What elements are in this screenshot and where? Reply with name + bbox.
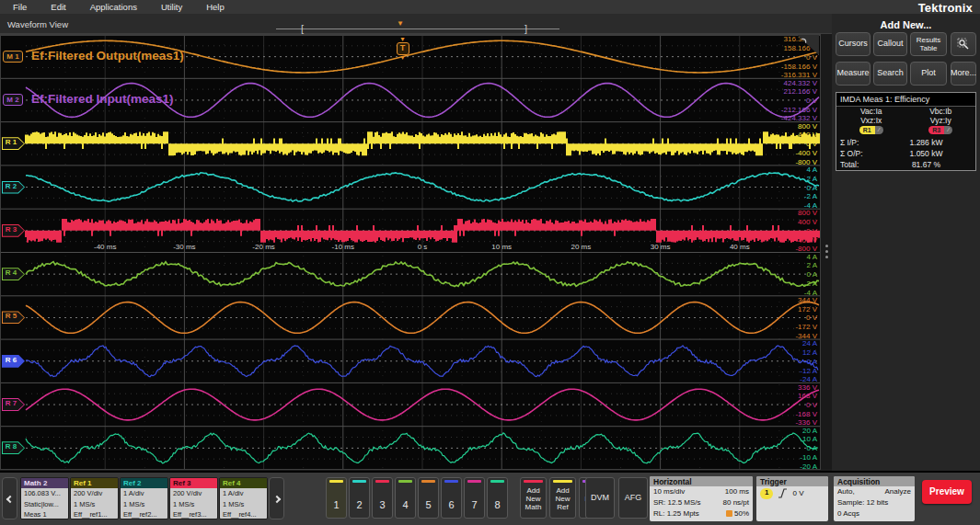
source-badge-R3[interactable]: R3∕: [928, 126, 952, 134]
horizontal-window: 100 ms: [725, 486, 749, 497]
results-table-body: Vac:IaVxz:IxVbc:IbVyz:IyR1∕R3∕Σ I/P:1.28…: [836, 107, 975, 170]
horizontal-scale: 10 ms/div: [653, 486, 685, 497]
acquisition-panel[interactable]: Acquisition Auto,Analyze Sample: 12 bits…: [834, 476, 915, 521]
acq-analyze: Analyze: [885, 486, 911, 497]
menu-help[interactable]: Help: [206, 2, 225, 12]
results-row: Σ O/P:1.050 kW: [836, 148, 975, 159]
overview-right-bracket-icon[interactable]: ]: [525, 23, 527, 34]
menu-applications[interactable]: Applications: [90, 2, 137, 12]
afg-button[interactable]: AFG: [618, 477, 648, 519]
chevron-right-icon: [273, 496, 281, 503]
rising-edge-icon: [778, 488, 788, 498]
record-length: RL: 1.25 Mpts: [653, 508, 699, 519]
menu-utility[interactable]: Utility: [161, 2, 182, 12]
trigger-position-icon: [726, 510, 732, 517]
trigger-level: 0 V: [792, 488, 803, 499]
menu-bar: File Edit Applications Utility Help Tekt…: [0, 0, 980, 14]
add-new-math-button[interactable]: AddNewMath: [520, 477, 547, 519]
tab-strip: Waveform View [ ] ▼: [0, 14, 832, 34]
plot-button[interactable]: Plot: [910, 62, 947, 86]
channel-button-6[interactable]: 6: [441, 477, 462, 519]
record-overview-bar[interactable]: [276, 29, 559, 29]
source-badge-R1[interactable]: R1∕: [859, 126, 883, 134]
channel-button-1[interactable]: 1: [326, 477, 347, 519]
horizontal-title: Horizontal: [650, 476, 753, 486]
acq-mode: Auto,: [837, 486, 855, 497]
magnifier-icon: [957, 38, 970, 51]
imda-results-table[interactable]: IMDA Meas 1: Efficiency Vac:IaVxz:IxVbc:…: [836, 92, 976, 171]
results-row: Total:81.67 %: [836, 159, 975, 170]
trigger-position-marker[interactable]: ▼ T ▼: [396, 37, 409, 61]
trigger-panel[interactable]: Trigger 1 0 V: [756, 476, 828, 521]
sample-rate: SR: 12.5 MS/s: [653, 497, 701, 508]
zoom-button[interactable]: [951, 32, 976, 56]
add-new-ref-button[interactable]: AddNewRef: [549, 477, 576, 519]
right-panel: Add New... Cursors Callout Results Table…: [832, 14, 980, 471]
results-column-header: Vbc:IbVyz:Iy: [906, 107, 976, 125]
acq-count: 0 Acqs: [837, 508, 859, 519]
scroll-left-button[interactable]: [2, 477, 17, 519]
channel-button-2[interactable]: 2: [349, 477, 370, 519]
acquisition-title: Acquisition: [834, 476, 915, 486]
tab-waveform-view[interactable]: Waveform View: [7, 19, 68, 29]
menu-edit[interactable]: Edit: [51, 2, 65, 12]
channel-button-7[interactable]: 7: [464, 477, 485, 519]
trigger-t-badge: T: [397, 42, 409, 55]
preview-button[interactable]: Preview: [922, 480, 972, 504]
channel-button-5[interactable]: 5: [418, 477, 439, 519]
channel-button-4[interactable]: 4: [395, 477, 416, 519]
waveform-badge-math-2[interactable]: Math 2106.083 V...Static|low...Meas 1: [20, 477, 69, 519]
add-new-title: Add New...: [832, 19, 980, 30]
search-button[interactable]: Search: [873, 62, 907, 86]
waveform-svg: [0, 35, 821, 470]
results-table-title: IMDA Meas 1: Efficiency: [836, 93, 975, 107]
settings-bar: Math 2106.083 V...Static|low...Meas 1Ref…: [0, 471, 980, 525]
callout-button[interactable]: Callout: [873, 32, 907, 56]
panel-splitter-handle[interactable]: [821, 34, 832, 469]
channel-button-8[interactable]: 8: [487, 477, 508, 519]
menu-file[interactable]: File: [13, 2, 27, 12]
results-row: Σ I/P:1.286 kW: [836, 137, 975, 148]
overview-trigger-icon[interactable]: ▼: [397, 19, 404, 28]
scroll-right-button[interactable]: [269, 477, 284, 519]
chevron-left-icon: [6, 496, 14, 503]
dvm-button[interactable]: DVM: [585, 477, 615, 519]
trigger-arrow-icon: ▼: [396, 55, 409, 61]
measure-button[interactable]: Measure: [836, 62, 870, 86]
waveform-badge-ref-2[interactable]: Ref 21 A/div1 MS/sEff__ref2...: [120, 477, 168, 519]
waveform-badge-ref-1[interactable]: Ref 1200 V/div1 MS/sEff__ref1...: [70, 477, 119, 519]
scope-screen: File Edit Applications Utility Help Tekt…: [0, 0, 980, 525]
trigger-position-value: 50%: [726, 508, 749, 519]
waveform-plot[interactable]: M 1Ef:Filtered Output(meas1)316.331 V158…: [0, 34, 821, 469]
horizontal-panel[interactable]: Horizontal 10 ms/div100 ms SR: 12.5 MS/s…: [650, 476, 753, 521]
overview-left-bracket-icon[interactable]: [: [301, 23, 304, 34]
more-button[interactable]: More...: [951, 62, 976, 86]
channel-button-3[interactable]: 3: [372, 477, 393, 519]
waveform-badge-ref-4[interactable]: Ref 41 A/div1 MS/sEff__ref4...: [219, 477, 268, 519]
results-table-button[interactable]: Results Table: [910, 32, 947, 56]
acq-bits: Sample: 12 bits: [837, 497, 888, 508]
waveform-badge-ref-3[interactable]: Ref 3200 V/div1 MS/sEff__ref3...: [169, 477, 218, 519]
sample-interval: 80 ns/pt: [723, 497, 749, 508]
trigger-source-badge: 1: [760, 488, 773, 499]
results-column-header: Vac:IaVxz:Ix: [836, 107, 906, 125]
trigger-title: Trigger: [756, 476, 828, 486]
trigger-arrow-icon: ▼: [396, 37, 409, 42]
cursors-button[interactable]: Cursors: [836, 32, 870, 56]
tektronix-logo: Tektronix: [918, 1, 973, 15]
